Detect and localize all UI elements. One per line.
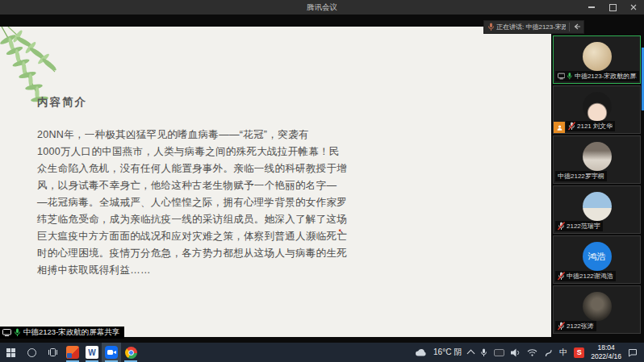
windows-taskbar: W 16°C 阴	[0, 343, 644, 362]
participant-name: 2122张涛	[567, 322, 594, 331]
participant-name: 2121 刘文华	[577, 122, 613, 131]
taskbar-left: W	[0, 343, 140, 362]
slide-heading: 内容简介	[37, 95, 87, 110]
participant-tile[interactable]: 2122范瑞宇	[553, 185, 641, 234]
mic-muted-icon	[558, 322, 565, 331]
media-app-icon	[66, 346, 79, 359]
weather-cloud-icon[interactable]	[415, 348, 427, 357]
windows-logo-icon	[6, 348, 15, 357]
taskbar-app-tencent-meeting[interactable]	[102, 343, 121, 362]
paragraph-line: 20NN年，一种极其凶猛罕见的嗜血病毒——“花冠”，突袭有	[37, 127, 368, 144]
participant-tile[interactable]: 中德2122罗宇桐	[553, 135, 641, 184]
participant-name: 中德2122谢鸿浩	[567, 272, 613, 281]
tray-microphone-icon[interactable]	[480, 348, 487, 357]
microphone-icon	[487, 23, 495, 31]
paragraph-line: 巨大瘟疫中方方面面的战况和应对灾难之策，体察到普通人濒临死亡	[37, 228, 368, 245]
avatar-cat	[583, 42, 612, 71]
weather-temperature[interactable]: 16°C 阴	[433, 347, 462, 358]
minimize-button[interactable]	[588, 0, 596, 15]
participant-label: 2122范瑞宇	[555, 221, 603, 231]
paragraph-line: 相搏中获取既得利益……	[37, 262, 368, 279]
chrome-icon	[125, 347, 137, 359]
speaking-indicator-banner[interactable]: 正在讲话: 中德2123-宋政...	[483, 20, 584, 34]
participant-tile-host[interactable]: 2121 刘文华	[553, 85, 641, 134]
window-title: 腾讯会议	[0, 0, 644, 15]
paragraph-line: 众生命陷入危机，没有任何人能置身事外。亲临一线的科研教授于增	[37, 160, 368, 177]
participant-label: 2121 刘文华	[566, 121, 615, 131]
cortana-search-button[interactable]	[21, 343, 42, 362]
share-status-text: 中德2123-宋政航的屏幕共享	[23, 327, 119, 338]
sogou-input-icon[interactable]: S	[574, 347, 584, 358]
red-annotation-dot: ·	[338, 223, 342, 238]
meeting-main-area: 内容简介 20NN年，一种极其凶猛罕见的嗜血病毒——“花冠”，突袭有 1000万…	[0, 15, 644, 343]
taskbar-app-word[interactable]: W	[82, 343, 102, 362]
action-center-icon[interactable]	[628, 348, 638, 357]
word-icon: W	[86, 346, 98, 359]
clock-time: 18:04	[591, 343, 621, 352]
slide-paragraph: 20NN年，一种极其凶猛罕见的嗜血病毒——“花冠”，突袭有 1000万人口的中国…	[37, 127, 368, 279]
paragraph-line: 纬芝临危受命，成为亲临抗疫一线的采访组成员。她深入了解了这场	[37, 211, 368, 228]
participants-sidebar: 中德2123-宋政航的屏幕... 2121 刘文华	[551, 35, 644, 337]
mic-muted-icon	[568, 122, 575, 131]
avatar-initials: 鸿浩	[583, 242, 612, 271]
tencent-meeting-icon	[105, 346, 118, 359]
avatar-text: 鸿浩	[588, 251, 606, 263]
close-button[interactable]	[629, 0, 638, 15]
mic-muted-icon	[558, 222, 565, 231]
screen-share-icon	[2, 329, 11, 336]
taskbar-app-media[interactable]	[63, 343, 82, 362]
start-button[interactable]	[0, 343, 21, 362]
participant-tile-sharing[interactable]: 中德2123-宋政航的屏幕...	[553, 35, 641, 84]
participant-name: 中德2123-宋政航的屏幕...	[575, 72, 637, 81]
avatar-photo	[583, 292, 612, 321]
avatar-photo	[583, 192, 612, 221]
paragraph-line: 风，以身试毒不幸身亡，他给这种古老生物赋予一个艳丽的名字—	[37, 177, 368, 194]
hidden-icons-chevron[interactable]	[468, 348, 474, 356]
input-method-indicator[interactable]: 中	[559, 347, 567, 358]
mic-on-icon	[567, 72, 573, 81]
shared-screen-slide: 内容简介 20NN年，一种极其凶猛罕见的嗜血病毒——“花冠”，突袭有 1000万…	[0, 27, 551, 337]
window-controls	[588, 0, 638, 15]
participant-name: 2122范瑞宇	[567, 222, 600, 231]
avatar-photo	[583, 142, 612, 171]
participant-label: 2122张涛	[555, 321, 596, 331]
remote-assist-icon[interactable]	[544, 348, 553, 357]
mic-muted-icon	[558, 272, 565, 281]
window-titlebar: 腾讯会议	[0, 0, 644, 15]
paragraph-line: 时的心理困境。疫情万分危急，各方势力都想从这场人与病毒的生死	[37, 245, 368, 262]
participant-label: 中德2122谢鸿浩	[555, 271, 616, 281]
taskbar-tray: 16°C 阴 中 S	[415, 343, 644, 362]
participant-label: 中德2122罗宇桐	[555, 171, 607, 181]
taskbar-app-chrome[interactable]	[121, 343, 140, 362]
close-icon	[630, 4, 637, 10]
paragraph-line: —花冠病毒。全城戒严、人心惶惶之际，拥有心理学背景的女作家罗	[37, 194, 368, 211]
screen-share-icon	[558, 73, 565, 80]
volume-icon[interactable]	[511, 348, 521, 357]
maximize-button[interactable]	[608, 0, 617, 15]
network-icon[interactable]	[527, 348, 537, 356]
participant-label: 中德2123-宋政航的屏幕...	[555, 71, 639, 81]
screen-share-status-pill: 中德2123-宋政航的屏幕共享	[0, 327, 124, 339]
speaking-indicator-label: 正在讲话: 中德2123-宋政...	[496, 23, 566, 31]
participant-name: 中德2122罗宇桐	[558, 172, 604, 181]
participant-tile[interactable]: 鸿浩 中德2122谢鸿浩	[553, 235, 641, 284]
task-view-icon	[48, 347, 58, 357]
participant-tile[interactable]: 2122张涛	[553, 285, 641, 334]
clock-date: 2022/4/16	[591, 352, 621, 361]
task-view-button[interactable]	[42, 343, 63, 362]
paragraph-line: 1000万人口的中国燕市，人类与病毒之间的殊死大战拉开帷幕！民	[37, 144, 368, 160]
battery-icon[interactable]	[494, 349, 504, 356]
collapse-arrow-icon[interactable]	[570, 23, 583, 31]
taskbar-clock[interactable]: 18:04 2022/4/16	[591, 343, 621, 360]
host-badge-icon	[554, 122, 565, 133]
mic-on-icon	[14, 328, 21, 337]
avatar-anime-girl	[583, 92, 612, 121]
search-icon	[27, 348, 36, 357]
